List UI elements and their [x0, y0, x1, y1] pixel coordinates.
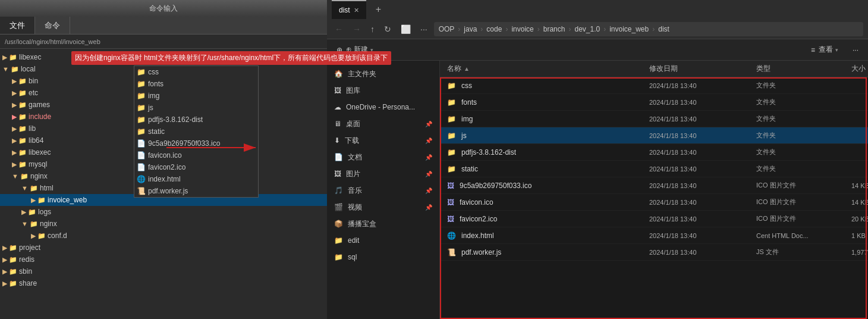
col-header-date[interactable]: 修改日期	[649, 64, 756, 74]
sub-favicon[interactable]: 📄 favicon.ico	[134, 149, 258, 161]
right-titlebar: dist ✕ +	[327, 0, 868, 19]
tree-confd[interactable]: ▶ 📁 conf.d	[0, 230, 327, 242]
sidebar-music-label: 音乐	[348, 186, 362, 196]
file-row-static[interactable]: 📁static 2024/1/18 13:40 文件夹	[440, 161, 868, 177]
tree-label-bin: bin	[29, 77, 38, 85]
sub-css[interactable]: 📁 css	[134, 66, 258, 78]
new-chevron: ▾	[370, 47, 373, 53]
file-row-favicon[interactable]: 🖼favicon.ico 2024/1/18 13:40 ICO 图片文件 14…	[440, 194, 868, 211]
add-tab-button[interactable]: +	[371, 4, 386, 15]
breadcrumb-item-0[interactable]: OOP	[439, 25, 455, 33]
tree-redis[interactable]: ▶ 📁 redis	[0, 254, 327, 265]
tree-sbin[interactable]: ▶ 📁 sbin	[0, 265, 327, 277]
dist-tab[interactable]: dist ✕	[332, 0, 366, 19]
tree-label-games: games	[29, 101, 50, 109]
breadcrumb-item-2[interactable]: code	[486, 25, 502, 33]
file-row-pdfworker[interactable]: 📜pdf.worker.js 2024/1/18 13:40 JS 文件 1,9…	[440, 244, 868, 261]
tree-project[interactable]: ▶ 📁 project	[0, 242, 327, 254]
breadcrumb-item-1[interactable]: java	[464, 25, 477, 33]
sort-button[interactable]: ≡ 查看 ▾	[806, 43, 843, 57]
sub-file-icon-pdfworker: 📜	[137, 187, 146, 195]
dist-tab-close[interactable]: ✕	[354, 7, 359, 14]
tree-label-share: share	[19, 279, 37, 287]
file-row-indexhtml[interactable]: 🌐index.html 2024/1/18 13:40 Cent HTML Do…	[440, 227, 868, 244]
more-toolbar-button[interactable]: ···	[848, 44, 863, 56]
sidebar-gallery[interactable]: 🖼 图库	[327, 82, 439, 99]
downloads-icon: ⬇	[334, 136, 340, 145]
folder-icon-row-img: 📁	[447, 115, 456, 123]
sub-img[interactable]: 📁 img	[134, 90, 258, 102]
col-header-name[interactable]: 名称 ▲	[447, 64, 649, 74]
tree-nginx2[interactable]: ▼ 📁 nginx	[0, 218, 327, 230]
tree-label-mysql: mysql	[29, 160, 47, 168]
file-row-css[interactable]: 📁css 2024/1/18 13:40 文件夹	[440, 77, 868, 94]
tree-share[interactable]: ▶ 📁 share	[0, 277, 327, 289]
pin-icon-pictures: 📌	[425, 171, 432, 177]
breadcrumb-item-3[interactable]: invoice	[511, 25, 533, 33]
view-button[interactable]: ⬜	[398, 23, 414, 35]
file-row-ico1[interactable]: 🖼9c5a9b269750f033.ico 2024/1/18 13:40 IC…	[440, 177, 868, 194]
folder-icon-sbin: ▶ 📁	[2, 268, 17, 276]
breadcrumb-item-5[interactable]: dev_1.0	[574, 25, 600, 33]
sidebar-bobao[interactable]: 📦 播播宝盒	[327, 215, 439, 232]
sidebar-home[interactable]: 🏠 主文件夹	[327, 65, 439, 82]
sidebar-pictures[interactable]: 🖼 图片 📌	[327, 165, 439, 182]
pin-icon-videos: 📌	[425, 204, 432, 211]
sub-ico1[interactable]: 📄 9c5a9b269750f033.ico	[134, 137, 258, 149]
sidebar-edit-label: edit	[348, 236, 359, 245]
file-row-img[interactable]: 📁img 2024/1/18 13:40 文件夹	[440, 111, 868, 127]
sub-index-html[interactable]: 🌐 index.html	[134, 173, 258, 185]
more-nav-button[interactable]: ···	[417, 23, 430, 35]
file-row-js[interactable]: 📁js 2024/1/18 13:40 文件夹	[440, 127, 868, 144]
breadcrumb-item-7[interactable]: dist	[658, 25, 669, 33]
breadcrumb-item-6[interactable]: invoice_web	[609, 25, 649, 33]
sidebar-edit[interactable]: 📁 edit	[327, 232, 439, 249]
sub-fonts[interactable]: 📁 fonts	[134, 78, 258, 90]
sub-static[interactable]: 📁 static	[134, 126, 258, 137]
sub-file-icon-index: 🌐	[137, 175, 146, 183]
pictures-icon: 🖼	[334, 170, 341, 178]
sidebar-sql[interactable]: 📁 sql	[327, 249, 439, 265]
tree-label-nginx: nginx	[30, 172, 48, 180]
refresh-button[interactable]: ↻	[381, 23, 394, 35]
tab-files[interactable]: 文件	[0, 17, 35, 34]
more-icon: ···	[853, 46, 858, 54]
sub-file-icon-favicon2: 📄	[137, 163, 146, 171]
tree-libexec[interactable]: ▶ 📁 libexec	[0, 51, 327, 63]
sidebar-desktop[interactable]: 🖥 桌面 📌	[327, 115, 439, 132]
tree-label-confd: conf.d	[48, 232, 67, 240]
tab-command[interactable]: 命令	[35, 17, 70, 34]
breadcrumb-item-4[interactable]: branch	[543, 25, 565, 33]
sidebar-pictures-label: 图片	[346, 169, 360, 179]
file-row-favicon2[interactable]: 🖼favicon2.ico 2024/1/18 13:40 ICO 图片文件 2…	[440, 211, 868, 227]
sub-pdfjs[interactable]: 📁 pdfjs-3.8.162-dist	[134, 114, 258, 126]
sub-js[interactable]: 📁 js	[134, 102, 258, 114]
sidebar-docs[interactable]: 📄 文档 📌	[327, 149, 439, 165]
docs-icon: 📄	[334, 153, 343, 161]
pin-icon-music: 📌	[425, 187, 432, 194]
file-row-fonts[interactable]: 📁fonts 2024/1/18 13:40 文件夹	[440, 94, 868, 111]
col-header-size[interactable]: 大小	[851, 64, 868, 74]
sub-pdfworker[interactable]: 📜 pdf.worker.js	[134, 185, 258, 197]
sidebar-videos[interactable]: 🎬 视频 📌	[327, 199, 439, 215]
tree-logs[interactable]: ▶ 📁 logs	[0, 206, 327, 218]
sidebar-downloads[interactable]: ⬇ 下载 📌	[327, 132, 439, 149]
forward-button[interactable]: →	[350, 23, 364, 35]
current-path: /usr/local/nginx/html/invoice_web	[5, 38, 100, 45]
sub-favicon2[interactable]: 📄 favicon2.ico	[134, 161, 258, 173]
col-header-type[interactable]: 类型	[756, 64, 851, 74]
tree-label-lib64: lib64	[29, 136, 43, 145]
tree-label-local: local	[21, 65, 36, 73]
sidebar-onedrive[interactable]: ☁ OneDrive - Persona...	[327, 99, 439, 115]
sidebar-music[interactable]: 🎵 音乐 📌	[327, 182, 439, 199]
tree-label-libexec: libexec	[19, 53, 41, 61]
sub-label-static: static	[148, 127, 165, 136]
back-button[interactable]: ←	[332, 23, 346, 35]
sort-label: 查看	[819, 45, 833, 55]
up-button[interactable]: ↑	[367, 23, 378, 35]
videos-icon: 🎬	[334, 203, 343, 211]
tree-label-html: html	[40, 184, 54, 192]
file-row-pdfjs[interactable]: 📁pdfjs-3.8.162-dist 2024/1/18 13:40 文件夹	[440, 144, 868, 161]
sub-folder-icon-fonts: 📁	[137, 80, 146, 88]
new-button[interactable]: ⊕ ⊕ 新建 ▾	[332, 43, 378, 57]
